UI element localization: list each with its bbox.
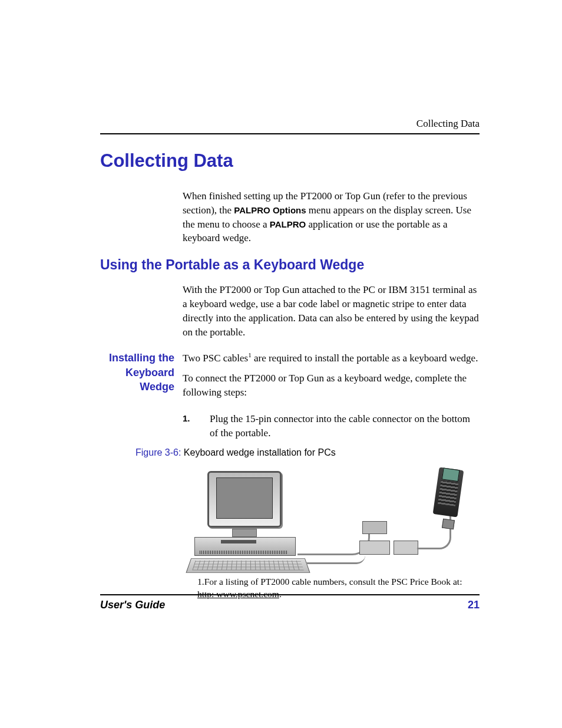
step-number: 1. bbox=[183, 412, 210, 440]
connector-icon bbox=[359, 541, 390, 555]
p1-text-a: Two PSC cables bbox=[183, 353, 248, 364]
page-footer: User's Guide 21 bbox=[100, 594, 480, 611]
figure-illustration bbox=[183, 465, 465, 571]
subsection-p2: To connect the PT2000 or Top Gun as a ke… bbox=[183, 371, 480, 400]
computer-tower-icon bbox=[194, 537, 296, 556]
portable-scanner-icon bbox=[436, 465, 461, 530]
section-body: With the PT2000 or Top Gun attached to t… bbox=[183, 283, 480, 339]
chapter-title: Collecting Data bbox=[100, 150, 480, 172]
figure-label: Figure 3-6: bbox=[135, 447, 181, 457]
cable-icon bbox=[306, 548, 365, 564]
p1-text-b: are required to install the portable as … bbox=[252, 353, 478, 364]
intro-bold-1: PALPRO Options bbox=[234, 205, 306, 215]
intro-paragraph: When finished setting up the PT2000 or T… bbox=[183, 189, 480, 245]
connector-icon bbox=[362, 521, 387, 534]
page-number: 21 bbox=[468, 599, 480, 611]
page-header: Collecting Data bbox=[100, 118, 480, 134]
keyboard-icon bbox=[186, 558, 310, 573]
subsection-p1: Two PSC cables1 are required to install … bbox=[183, 351, 480, 365]
step-item: 1. Plug the 15-pin connector into the ca… bbox=[183, 412, 480, 440]
intro-bold-2: PALPRO bbox=[270, 219, 306, 229]
running-title: Collecting Data bbox=[416, 118, 480, 129]
step-text: Plug the 15-pin connector into the cable… bbox=[210, 412, 480, 440]
subsection-content: Two PSC cables1 are required to install … bbox=[183, 351, 480, 407]
monitor-icon bbox=[203, 471, 286, 539]
figure-caption: Figure 3-6: Keyboard wedge installation … bbox=[135, 447, 480, 458]
figure-caption-text2: Keyboard wedge installation for PCs bbox=[184, 447, 336, 457]
subsection-block: Installing the Keyboard Wedge Two PSC ca… bbox=[100, 351, 480, 407]
subsection-label: Installing the Keyboard Wedge bbox=[100, 351, 183, 407]
connector-icon bbox=[394, 541, 418, 555]
footer-guide-label: User's Guide bbox=[100, 599, 165, 611]
footnote-lead: 1.For a listing of PT2000 cable numbers,… bbox=[197, 577, 462, 587]
section-title: Using the Portable as a Keyboard Wedge bbox=[100, 257, 480, 273]
